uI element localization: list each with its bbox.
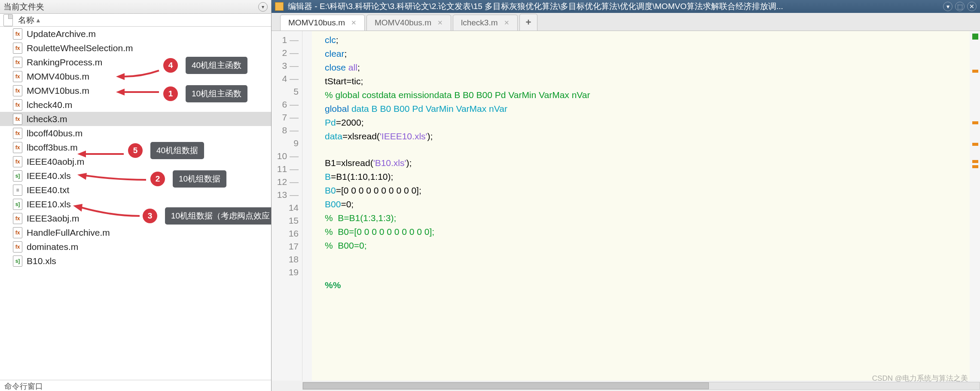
file-name: RouletteWheelSelection.m bbox=[27, 43, 133, 53]
svg-marker-2 bbox=[77, 151, 86, 157]
file-name: MOMV10bus.m bbox=[27, 86, 89, 96]
annotation-5: 5 40机组数据 bbox=[128, 142, 204, 159]
matlab-file-icon: fx bbox=[13, 28, 22, 40]
close-icon[interactable]: ✕ bbox=[351, 19, 357, 27]
file-row[interactable]: fxlbcoff40bus.m bbox=[0, 126, 271, 140]
column-name-label: 名称 bbox=[18, 15, 34, 26]
annotation-3: 3 10机组数据（考虑阀点效应） bbox=[143, 207, 271, 225]
matlab-file-icon: fx bbox=[13, 241, 22, 252]
matlab-file-icon: fx bbox=[13, 85, 22, 96]
annotation-2: 2 10机组数据 bbox=[150, 170, 226, 188]
file-name: IEEE10.xls bbox=[27, 199, 71, 209]
command-window-label[interactable]: 命令行窗口 bbox=[0, 380, 271, 391]
file-row[interactable]: fxHandleFullArchive.m bbox=[0, 225, 271, 240]
folder-panel-title: 当前文件夹 bbox=[3, 1, 44, 12]
scroll-thumb[interactable] bbox=[303, 382, 709, 389]
folder-panel-header: 当前文件夹 ▾ bbox=[0, 0, 271, 14]
matlab-file-icon: fx bbox=[13, 43, 22, 54]
file-name: MOMV40bus.m bbox=[27, 71, 89, 82]
file-name: lbcoff40bus.m bbox=[27, 128, 82, 139]
file-row[interactable]: s]B10.xls bbox=[0, 254, 271, 268]
matlab-file-icon: fx bbox=[13, 114, 22, 125]
svg-marker-4 bbox=[73, 204, 82, 212]
file-name: UpdateArchive.m bbox=[27, 29, 96, 39]
close-icon[interactable]: ✕ bbox=[967, 2, 977, 11]
file-name: B10.xls bbox=[27, 256, 56, 266]
matlab-file-icon: fx bbox=[13, 227, 22, 238]
file-name: dominates.m bbox=[27, 242, 78, 252]
file-name: RankingProcess.m bbox=[27, 57, 102, 68]
dropdown-icon[interactable]: ▾ bbox=[943, 2, 953, 11]
document-icon bbox=[3, 14, 13, 26]
column-header[interactable]: 名称▲ bbox=[0, 14, 271, 27]
close-icon[interactable]: ✕ bbox=[504, 19, 510, 27]
file-name: IEEE3aobj.m bbox=[27, 213, 79, 224]
matlab-file-icon: fx bbox=[13, 156, 22, 167]
file-name: IEEE40.xls bbox=[27, 171, 71, 181]
code-content[interactable]: clc; clear; close all; tStart=tic; % glo… bbox=[312, 31, 970, 381]
file-row[interactable]: fxRouletteWheelSelection.m bbox=[0, 41, 271, 55]
matlab-file-icon: fx bbox=[13, 99, 22, 111]
file-name: IEEE40.txt bbox=[27, 185, 69, 195]
svg-marker-3 bbox=[77, 173, 87, 180]
matlab-file-icon: fx bbox=[13, 71, 22, 82]
add-tab-button[interactable]: + bbox=[519, 14, 538, 31]
file-row[interactable]: fxdominates.m bbox=[0, 240, 271, 254]
editor-titlebar: 编辑器 - E:\科研\3.科研论文\3.科研论文\2.论文发表\15 多目标灰… bbox=[272, 0, 980, 13]
tab-momv40bus[interactable]: MOMV40bus.m✕ bbox=[366, 15, 451, 31]
excel-file-icon: s] bbox=[13, 170, 22, 182]
line-gutter: 12345678910111213141516171819 bbox=[272, 31, 302, 381]
matlab-file-icon: fx bbox=[13, 128, 22, 139]
code-minimap-bar[interactable] bbox=[970, 31, 980, 381]
editor-app-icon bbox=[275, 2, 284, 11]
editor-tabbar: MOMV10bus.m✕ MOMV40bus.m✕ lcheck3.m✕ + bbox=[272, 13, 980, 31]
tab-lcheck3[interactable]: lcheck3.m✕ bbox=[453, 15, 518, 31]
matlab-file-icon: fx bbox=[13, 57, 22, 68]
excel-file-icon: s] bbox=[13, 256, 22, 267]
file-row[interactable]: fxUpdateArchive.m bbox=[0, 27, 271, 41]
file-row[interactable]: fxlcheck3.m bbox=[0, 112, 271, 126]
tab-momv10bus[interactable]: MOMV10bus.m✕ bbox=[280, 15, 365, 31]
matlab-file-icon: fx bbox=[13, 213, 22, 224]
status-ok-icon bbox=[972, 34, 978, 40]
breakpoint-bar[interactable] bbox=[302, 31, 312, 381]
svg-marker-1 bbox=[116, 89, 125, 95]
file-name: lcheck40.m bbox=[27, 100, 72, 110]
file-list: 4 40机组主函数 1 10机组主函数 5 40机组数据 2 10机组数据 3 … bbox=[0, 27, 271, 380]
close-icon[interactable]: ✕ bbox=[437, 19, 443, 27]
maximize-icon[interactable]: ⬚ bbox=[955, 2, 965, 11]
annotation-4: 4 40机组主函数 bbox=[163, 57, 247, 74]
file-name: lcheck3.m bbox=[27, 114, 67, 124]
file-name: IEEE40aobj.m bbox=[27, 157, 84, 167]
panel-menu-icon[interactable]: ▾ bbox=[258, 2, 268, 12]
excel-file-icon: s] bbox=[13, 199, 22, 210]
matlab-file-icon: fx bbox=[13, 142, 22, 153]
file-name: lbcoff3bus.m bbox=[27, 142, 78, 153]
svg-marker-0 bbox=[116, 73, 125, 80]
text-file-icon: ≡ bbox=[13, 185, 22, 196]
editor-area[interactable]: 12345678910111213141516171819 clc; clear… bbox=[272, 31, 980, 381]
annotation-1: 1 10机组主函数 bbox=[163, 85, 247, 102]
watermark: CSDN @电力系统与算法之美 bbox=[872, 373, 968, 383]
file-name: HandleFullArchive.m bbox=[27, 228, 110, 238]
